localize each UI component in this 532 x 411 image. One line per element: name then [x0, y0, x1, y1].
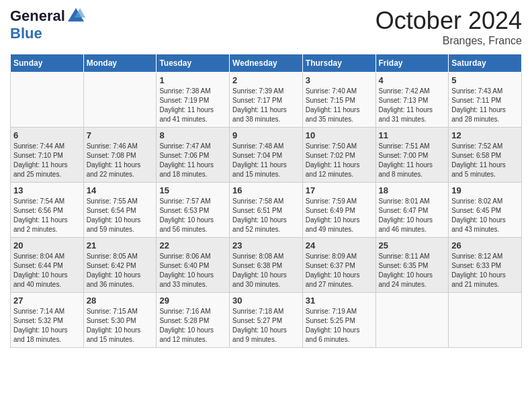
- cell-week3-day6: 19Sunrise: 8:02 AMSunset: 6:45 PMDayligh…: [449, 183, 522, 238]
- day-info: Sunrise: 8:01 AMSunset: 6:47 PMDaylight:…: [379, 197, 446, 234]
- day-info: Sunrise: 7:58 AMSunset: 6:51 PMDaylight:…: [232, 197, 300, 234]
- calendar-table: SundayMondayTuesdayWednesdayThursdayFrid…: [10, 54, 522, 348]
- day-number: 22: [159, 240, 226, 250]
- cell-week5-day1: 28Sunrise: 7:15 AMSunset: 5:30 PMDayligh…: [83, 293, 157, 348]
- day-info: Sunrise: 8:09 AMSunset: 6:37 PMDaylight:…: [306, 252, 373, 289]
- cell-week3-day2: 15Sunrise: 7:57 AMSunset: 6:53 PMDayligh…: [157, 183, 230, 238]
- cell-week5-day3: 30Sunrise: 7:18 AMSunset: 5:27 PMDayligh…: [230, 293, 303, 348]
- cell-week2-day4: 10Sunrise: 7:50 AMSunset: 7:02 PMDayligh…: [302, 128, 375, 183]
- location: Branges, France: [375, 35, 522, 47]
- cell-week3-day3: 16Sunrise: 7:58 AMSunset: 6:51 PMDayligh…: [230, 183, 303, 238]
- day-info: Sunrise: 7:46 AMSunset: 7:08 PMDaylight:…: [87, 142, 154, 179]
- cell-week2-day3: 9Sunrise: 7:48 AMSunset: 7:04 PMDaylight…: [230, 128, 303, 183]
- cell-week1-day0: [11, 73, 84, 128]
- day-info: Sunrise: 8:11 AMSunset: 6:35 PMDaylight:…: [379, 252, 446, 289]
- month-title: October 2024: [375, 7, 522, 35]
- cell-week2-day1: 7Sunrise: 7:46 AMSunset: 7:08 PMDaylight…: [83, 128, 157, 183]
- week-row-3: 13Sunrise: 7:54 AMSunset: 6:56 PMDayligh…: [11, 183, 522, 238]
- day-number: 19: [451, 185, 519, 195]
- day-info: Sunrise: 8:05 AMSunset: 6:42 PMDaylight:…: [87, 252, 154, 289]
- week-row-1: 1Sunrise: 7:38 AMSunset: 7:19 PMDaylight…: [11, 73, 522, 128]
- header-tuesday: Tuesday: [157, 54, 230, 73]
- day-number: 29: [159, 295, 226, 306]
- day-info: Sunrise: 8:12 AMSunset: 6:33 PMDaylight:…: [451, 252, 519, 289]
- day-number: 23: [232, 240, 300, 250]
- day-number: 2: [232, 75, 300, 85]
- day-info: Sunrise: 7:42 AMSunset: 7:13 PMDaylight:…: [379, 87, 446, 124]
- day-number: 31: [306, 295, 373, 306]
- cell-week2-day6: 12Sunrise: 7:52 AMSunset: 6:58 PMDayligh…: [449, 128, 522, 183]
- cell-week2-day0: 6Sunrise: 7:44 AMSunset: 7:10 PMDaylight…: [11, 128, 84, 183]
- cell-week4-day0: 20Sunrise: 8:04 AMSunset: 6:44 PMDayligh…: [11, 238, 84, 293]
- logo: General Blue: [10, 7, 85, 42]
- cell-week5-day2: 29Sunrise: 7:16 AMSunset: 5:28 PMDayligh…: [157, 293, 230, 348]
- day-number: 17: [306, 185, 373, 195]
- day-info: Sunrise: 8:02 AMSunset: 6:45 PMDaylight:…: [451, 197, 519, 234]
- logo-text-general: General: [10, 8, 65, 24]
- day-info: Sunrise: 7:50 AMSunset: 7:02 PMDaylight:…: [306, 142, 373, 179]
- day-number: 27: [13, 295, 81, 306]
- day-info: Sunrise: 7:51 AMSunset: 7:00 PMDaylight:…: [379, 142, 446, 179]
- logo-icon: [66, 7, 85, 26]
- day-info: Sunrise: 7:19 AMSunset: 5:25 PMDaylight:…: [306, 307, 373, 345]
- day-info: Sunrise: 7:39 AMSunset: 7:17 PMDaylight:…: [232, 87, 300, 124]
- cell-week4-day3: 23Sunrise: 8:08 AMSunset: 6:38 PMDayligh…: [230, 238, 303, 293]
- day-number: 12: [451, 130, 519, 140]
- day-number: 9: [232, 130, 300, 140]
- day-number: 16: [232, 185, 300, 195]
- day-number: 21: [87, 240, 154, 250]
- cell-week2-day5: 11Sunrise: 7:51 AMSunset: 7:00 PMDayligh…: [375, 128, 449, 183]
- cell-week5-day5: [375, 293, 449, 348]
- day-number: 1: [159, 75, 226, 85]
- day-number: 11: [379, 130, 446, 140]
- header-saturday: Saturday: [449, 54, 522, 73]
- cell-week4-day5: 25Sunrise: 8:11 AMSunset: 6:35 PMDayligh…: [375, 238, 449, 293]
- day-number: 13: [13, 185, 81, 195]
- day-number: 5: [451, 75, 519, 85]
- cell-week2-day2: 8Sunrise: 7:47 AMSunset: 7:06 PMDaylight…: [157, 128, 230, 183]
- cell-week4-day6: 26Sunrise: 8:12 AMSunset: 6:33 PMDayligh…: [449, 238, 522, 293]
- day-info: Sunrise: 7:15 AMSunset: 5:30 PMDaylight:…: [87, 307, 154, 345]
- day-number: 7: [87, 130, 154, 140]
- cell-week5-day6: [449, 293, 522, 348]
- day-number: 15: [159, 185, 226, 195]
- day-info: Sunrise: 8:08 AMSunset: 6:38 PMDaylight:…: [232, 252, 300, 289]
- title-area: October 2024 Branges, France: [375, 7, 522, 47]
- day-info: Sunrise: 7:59 AMSunset: 6:49 PMDaylight:…: [306, 197, 373, 234]
- day-info: Sunrise: 7:38 AMSunset: 7:19 PMDaylight:…: [159, 87, 226, 124]
- cell-week3-day5: 18Sunrise: 8:01 AMSunset: 6:47 PMDayligh…: [375, 183, 449, 238]
- day-number: 30: [232, 295, 300, 306]
- day-info: Sunrise: 7:14 AMSunset: 5:32 PMDaylight:…: [13, 307, 81, 345]
- cell-week1-day3: 2Sunrise: 7:39 AMSunset: 7:17 PMDaylight…: [230, 73, 303, 128]
- day-info: Sunrise: 8:04 AMSunset: 6:44 PMDaylight:…: [13, 252, 81, 289]
- day-info: Sunrise: 7:52 AMSunset: 6:58 PMDaylight:…: [451, 142, 519, 179]
- cell-week5-day4: 31Sunrise: 7:19 AMSunset: 5:25 PMDayligh…: [302, 293, 375, 348]
- cell-week1-day4: 3Sunrise: 7:40 AMSunset: 7:15 PMDaylight…: [302, 73, 375, 128]
- day-info: Sunrise: 8:06 AMSunset: 6:40 PMDaylight:…: [159, 252, 226, 289]
- day-info: Sunrise: 7:40 AMSunset: 7:15 PMDaylight:…: [306, 87, 373, 124]
- day-number: 18: [379, 185, 446, 195]
- day-info: Sunrise: 7:57 AMSunset: 6:53 PMDaylight:…: [159, 197, 226, 234]
- cell-week3-day4: 17Sunrise: 7:59 AMSunset: 6:49 PMDayligh…: [302, 183, 375, 238]
- cell-week1-day1: [83, 73, 157, 128]
- day-info: Sunrise: 7:43 AMSunset: 7:11 PMDaylight:…: [451, 87, 519, 124]
- day-number: 14: [87, 185, 154, 195]
- day-number: 25: [379, 240, 446, 250]
- day-number: 4: [379, 75, 446, 85]
- day-number: 28: [87, 295, 154, 306]
- day-info: Sunrise: 7:54 AMSunset: 6:56 PMDaylight:…: [13, 197, 81, 234]
- day-number: 6: [13, 130, 81, 140]
- header-thursday: Thursday: [302, 54, 375, 73]
- week-row-4: 20Sunrise: 8:04 AMSunset: 6:44 PMDayligh…: [11, 238, 522, 293]
- day-number: 26: [451, 240, 519, 250]
- day-info: Sunrise: 7:16 AMSunset: 5:28 PMDaylight:…: [159, 307, 226, 345]
- cell-week4-day2: 22Sunrise: 8:06 AMSunset: 6:40 PMDayligh…: [157, 238, 230, 293]
- cell-week1-day6: 5Sunrise: 7:43 AMSunset: 7:11 PMDaylight…: [449, 73, 522, 128]
- day-info: Sunrise: 7:44 AMSunset: 7:10 PMDaylight:…: [13, 142, 81, 179]
- cell-week4-day1: 21Sunrise: 8:05 AMSunset: 6:42 PMDayligh…: [83, 238, 157, 293]
- logo-text-blue: Blue: [10, 26, 42, 42]
- cell-week3-day1: 14Sunrise: 7:55 AMSunset: 6:54 PMDayligh…: [83, 183, 157, 238]
- week-row-2: 6Sunrise: 7:44 AMSunset: 7:10 PMDaylight…: [11, 128, 522, 183]
- day-info: Sunrise: 7:47 AMSunset: 7:06 PMDaylight:…: [159, 142, 226, 179]
- cell-week1-day5: 4Sunrise: 7:42 AMSunset: 7:13 PMDaylight…: [375, 73, 449, 128]
